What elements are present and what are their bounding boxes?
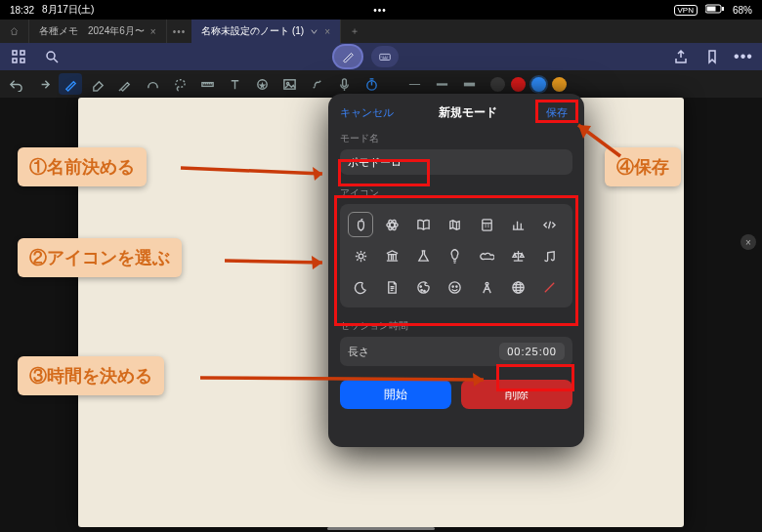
app-topbar: •••	[0, 43, 762, 70]
flask-icon[interactable]	[411, 243, 437, 268]
swatch-blue[interactable]	[531, 77, 546, 92]
svg-point-25	[421, 289, 423, 291]
bar-chart-icon[interactable]	[505, 212, 530, 237]
book-icon[interactable]	[411, 212, 437, 237]
text-tool[interactable]	[223, 73, 246, 95]
moon-icon[interactable]	[348, 274, 373, 300]
delete-button[interactable]: 削除	[461, 380, 572, 409]
slash-icon[interactable]	[537, 274, 563, 300]
length-value-button[interactable]: 00:25:00	[499, 343, 565, 360]
svg-point-9	[175, 79, 184, 87]
svg-rect-1	[706, 7, 715, 12]
stamp-tool[interactable]	[250, 73, 274, 95]
stopwatch-tool[interactable]	[360, 73, 383, 95]
mic-tool[interactable]	[332, 73, 356, 95]
color-swatches	[490, 77, 567, 92]
stroke-thin[interactable]	[402, 73, 426, 95]
mode-name-label: モード名	[340, 132, 572, 145]
lightbulb-icon[interactable]	[443, 243, 468, 268]
svg-point-23	[359, 254, 363, 259]
icon-label: アイコン	[340, 186, 572, 200]
calc-icon[interactable]	[474, 212, 499, 237]
svg-rect-6	[21, 59, 24, 62]
ipad-status-bar: 18:32 8月17日(土) ••• VPN 68%	[0, 0, 762, 20]
pillars-icon[interactable]	[379, 243, 404, 268]
home-tab[interactable]	[0, 20, 29, 43]
gear-icon[interactable]	[348, 243, 373, 268]
stroke-med[interactable]	[430, 73, 453, 95]
status-time: 18:32	[10, 5, 34, 16]
ruler-tool[interactable]	[195, 73, 219, 95]
apple-icon[interactable]	[348, 212, 373, 237]
export-icon[interactable]	[668, 46, 694, 67]
svg-rect-14	[342, 78, 346, 86]
tab-label: 各種メモ 2024年6月〜	[39, 24, 145, 38]
grid-icon[interactable]	[6, 46, 31, 67]
modal-title: 新規モード	[439, 104, 497, 121]
keyboard-mode-button[interactable]	[371, 46, 399, 67]
svg-rect-5	[13, 59, 17, 62]
more-icon[interactable]: •••	[731, 46, 756, 67]
svg-line-33	[545, 282, 554, 291]
mode-name-input[interactable]	[340, 149, 572, 175]
swatch-red[interactable]	[511, 77, 526, 92]
search-icon[interactable]	[39, 46, 64, 67]
smile-icon[interactable]	[443, 274, 468, 300]
multitask-dots-icon[interactable]: •••	[373, 5, 387, 16]
atom-icon[interactable]	[379, 212, 404, 237]
tab-memo[interactable]: 各種メモ 2024年6月〜 ×	[29, 20, 167, 43]
highlighter-tool[interactable]	[113, 73, 137, 95]
swatch-orange[interactable]	[552, 77, 567, 92]
lasso-tool[interactable]	[168, 73, 191, 95]
svg-rect-3	[13, 51, 17, 55]
chevron-down-icon	[310, 27, 318, 36]
session-length-row: 長さ 00:25:00	[340, 337, 572, 366]
svg-rect-22	[482, 219, 490, 229]
save-button[interactable]: 保存	[541, 103, 572, 122]
palette-icon[interactable]	[411, 274, 437, 300]
eraser-tool[interactable]	[86, 73, 109, 95]
document-tabs: 各種メモ 2024年6月〜 × ••• 名称未設定のノート (1) × ＋	[0, 20, 762, 43]
cloud-icon[interactable]	[474, 243, 499, 268]
status-date: 8月17日(土)	[42, 3, 94, 17]
new-mode-modal: キャンセル 新規モード 保存 モード名 アイコン セッション時間 長さ 00:2…	[328, 94, 584, 447]
start-button[interactable]: 開始	[340, 380, 451, 409]
bookmark-icon[interactable]	[699, 46, 725, 67]
link-tool[interactable]	[305, 73, 328, 95]
code-icon[interactable]	[537, 212, 563, 237]
svg-point-28	[452, 285, 453, 286]
tab-untitled-note[interactable]: 名称未設定のノート (1) ×	[191, 20, 341, 43]
close-panel-icon[interactable]: ×	[741, 234, 756, 250]
svg-point-26	[424, 290, 426, 292]
svg-point-7	[47, 52, 55, 60]
shape-tool[interactable]	[141, 73, 164, 95]
close-icon[interactable]: ×	[324, 26, 330, 37]
draw-mode-button[interactable]	[334, 46, 361, 67]
music-icon[interactable]	[537, 243, 563, 268]
swatch-black[interactable]	[490, 77, 505, 92]
undo-icon[interactable]	[4, 73, 27, 95]
session-label: セッション時間	[340, 319, 572, 333]
cancel-button[interactable]: キャンセル	[340, 105, 394, 120]
compass-icon[interactable]	[474, 274, 499, 300]
tab-overflow-icon[interactable]: •••	[167, 26, 192, 37]
icon-picker-grid	[340, 204, 572, 307]
stroke-thick[interactable]	[457, 73, 481, 95]
vpn-badge: VPN	[674, 5, 698, 16]
close-icon[interactable]: ×	[150, 26, 156, 37]
scale-icon[interactable]	[505, 243, 530, 268]
image-tool[interactable]	[277, 73, 301, 95]
length-label: 長さ	[348, 345, 369, 359]
battery-icon	[705, 4, 725, 16]
svg-point-24	[420, 285, 422, 287]
globe-icon[interactable]	[505, 274, 530, 300]
map-icon[interactable]	[443, 212, 468, 237]
svg-point-29	[456, 285, 457, 286]
new-tab-button[interactable]: ＋	[341, 20, 368, 43]
redo-icon[interactable]	[31, 73, 55, 95]
doc-icon[interactable]	[379, 274, 404, 300]
tab-label: 名称未設定のノート (1)	[201, 24, 304, 38]
pen-tool[interactable]	[59, 73, 82, 95]
battery-pct: 68%	[733, 5, 752, 16]
home-indicator	[327, 527, 435, 530]
